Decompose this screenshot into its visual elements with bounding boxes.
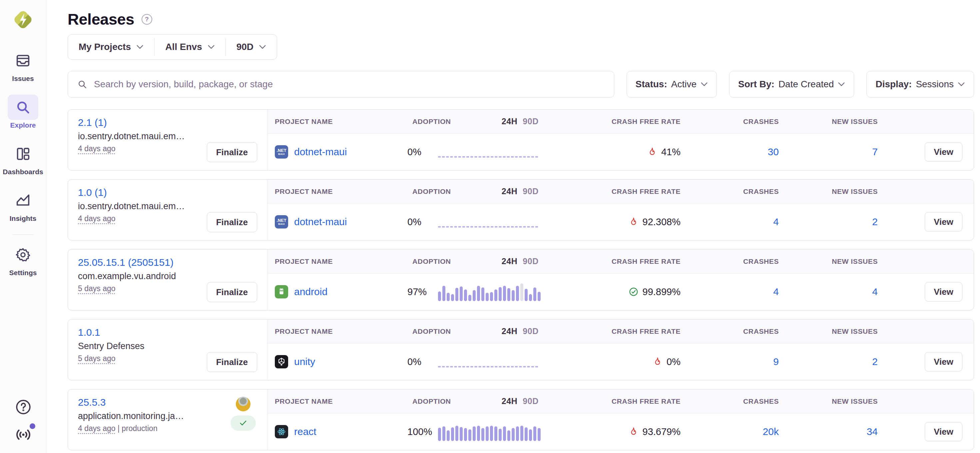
display-dropdown[interactable]: Display: Sessions — [866, 71, 974, 98]
search-icon — [77, 79, 87, 89]
release-version-link[interactable]: 25.5.3 — [78, 397, 106, 408]
project-row: android 97% 99.899% 4 — [267, 273, 974, 310]
crash-free-rate-value: 92.308% — [643, 216, 681, 227]
crash-free-rate-value: 0% — [667, 356, 681, 367]
avatar — [236, 397, 250, 412]
finalize-button[interactable]: Finalize — [207, 212, 257, 232]
adoption-24h-toggle[interactable]: 24H — [502, 117, 518, 126]
adoption-24h-toggle[interactable]: 24H — [502, 186, 518, 196]
status-dropdown[interactable]: Status: Active — [627, 71, 717, 98]
sidebar-item-insights[interactable]: Insights — [8, 188, 38, 223]
sidebar: Issues Explore Dashboards Insights — [0, 0, 46, 453]
help-button[interactable] — [0, 398, 46, 416]
project-filter-dropdown[interactable]: My Projects — [68, 35, 154, 59]
finalize-button[interactable]: Finalize — [207, 282, 257, 302]
adoption-24h-toggle[interactable]: 24H — [502, 326, 518, 336]
col-header-crash-free-rate: CRASH FREE RATE — [564, 188, 681, 196]
new-issues-count-link[interactable]: 7 — [872, 146, 878, 157]
crashes-count-link[interactable]: 9 — [773, 356, 779, 367]
new-issues-count-link[interactable]: 4 — [872, 286, 878, 297]
sidebar-item-issues[interactable]: Issues — [8, 48, 38, 83]
sort-by-dropdown[interactable]: Sort By: Date Created — [729, 71, 854, 98]
release-version-link[interactable]: 1.0.1 — [78, 327, 100, 338]
view-button[interactable]: View — [925, 352, 963, 371]
new-issues-count-link[interactable]: 34 — [867, 426, 878, 437]
project-link[interactable]: react — [294, 426, 317, 437]
chevron-down-icon — [259, 45, 266, 49]
fire-icon — [647, 147, 657, 157]
search-input[interactable] — [94, 79, 605, 90]
project-link[interactable]: dotnet-maui — [294, 146, 347, 157]
issues-icon — [15, 53, 31, 68]
date-range-dropdown[interactable]: 90D — [226, 35, 277, 59]
release-created-time: 4 days ago — [78, 424, 116, 433]
release-version-link[interactable]: 25.05.15.1 (2505151) — [78, 257, 173, 268]
new-issues-count-link[interactable]: 2 — [872, 216, 878, 227]
adoption-percent: 100% — [407, 426, 438, 437]
page-help-icon[interactable]: ? — [142, 14, 152, 25]
crashes-count-link[interactable]: 20k — [763, 426, 779, 437]
col-header-adoption: ADOPTION — [412, 118, 451, 126]
adoption-90d-toggle[interactable]: 90D — [523, 256, 539, 266]
sidebar-item-dashboards[interactable]: Dashboards — [3, 141, 43, 176]
finalize-button[interactable]: Finalize — [207, 142, 257, 162]
view-button[interactable]: View — [925, 282, 963, 302]
release-projects-table: PROJECT NAME ADOPTION 24H 90D CRASH FREE… — [267, 180, 974, 240]
main-content: Releases ? My Projects All Envs 90D Stat… — [46, 0, 980, 450]
new-issues-count-link[interactable]: 2 — [872, 356, 878, 367]
whats-new-button[interactable] — [0, 426, 46, 443]
release-created-time: 5 days ago — [78, 354, 116, 363]
col-header-adoption: ADOPTION — [412, 327, 451, 335]
release-created-time: 4 days ago — [78, 144, 116, 153]
view-button[interactable]: View — [925, 212, 963, 232]
adoption-90d-toggle[interactable]: 90D — [523, 396, 539, 406]
environment-filter-dropdown[interactable]: All Envs — [154, 35, 225, 59]
release-meta-panel: 1.0.1 Sentry Defenses 5 days ago Finaliz… — [68, 319, 267, 380]
view-button[interactable]: View — [925, 142, 963, 162]
project-link[interactable]: dotnet-maui — [294, 216, 347, 227]
table-header-row: PROJECT NAME ADOPTION 24H 90D CRASH FREE… — [267, 110, 974, 134]
adoption-90d-toggle[interactable]: 90D — [523, 117, 539, 126]
col-header-new-issues: NEW ISSUES — [779, 327, 878, 335]
view-button[interactable]: View — [925, 422, 963, 441]
adoption-percent: 0% — [407, 356, 438, 367]
release-package: application.monitoring.ja… — [78, 411, 218, 421]
release-created-time: 4 days ago — [78, 214, 116, 223]
col-header-new-issues: NEW ISSUES — [779, 257, 878, 265]
project-link[interactable]: unity — [294, 356, 315, 367]
chevron-down-icon — [207, 45, 215, 49]
adoption-90d-toggle[interactable]: 90D — [523, 326, 539, 336]
adoption-24h-toggle[interactable]: 24H — [502, 256, 518, 266]
project-link[interactable]: android — [294, 286, 328, 297]
adoption-percent: 0% — [407, 146, 438, 157]
table-header-row: PROJECT NAME ADOPTION 24H 90D CRASH FREE… — [267, 250, 974, 273]
sentry-logo[interactable] — [12, 9, 34, 31]
col-header-crashes: CRASHES — [681, 188, 779, 196]
project-row: .NETMAUI dotnet-maui 0% — [267, 203, 974, 240]
table-header-row: PROJECT NAME ADOPTION 24H 90D CRASH FREE… — [267, 389, 974, 413]
crashes-count-link[interactable]: 4 — [773, 216, 779, 227]
release-version-link[interactable]: 1.0 (1) — [78, 187, 107, 198]
sidebar-item-explore[interactable]: Explore — [8, 95, 38, 129]
adoption-percent: 0% — [407, 216, 438, 227]
release-meta-panel: 2.1 (1) io.sentry.dotnet.maui.em… 4 days… — [68, 110, 267, 170]
col-header-project-name: PROJECT NAME — [267, 118, 407, 126]
col-header-crashes: CRASHES — [681, 257, 779, 265]
adoption-90d-toggle[interactable]: 90D — [523, 186, 539, 196]
col-header-adoption: ADOPTION — [412, 397, 451, 405]
sidebar-item-settings[interactable]: Settings — [8, 242, 38, 277]
finalized-check-badge — [231, 415, 256, 431]
crashes-count-link[interactable]: 4 — [773, 286, 779, 297]
project-row: .NETMAUI dotnet-maui 0% — [267, 134, 974, 170]
adoption-24h-toggle[interactable]: 24H — [502, 396, 518, 406]
adoption-percent: 97% — [407, 286, 438, 297]
release-version-link[interactable]: 2.1 (1) — [78, 117, 107, 128]
col-header-project-name: PROJECT NAME — [267, 257, 407, 265]
finalize-button[interactable]: Finalize — [207, 352, 257, 372]
broadcast-icon — [15, 426, 32, 443]
release-card: 1.0.1 Sentry Defenses 5 days ago Finaliz… — [68, 319, 974, 380]
check-icon — [239, 418, 248, 428]
crash-free-rate-value: 93.679% — [643, 426, 681, 437]
crash-free-rate-value: 41% — [661, 146, 681, 157]
crashes-count-link[interactable]: 30 — [768, 146, 779, 157]
